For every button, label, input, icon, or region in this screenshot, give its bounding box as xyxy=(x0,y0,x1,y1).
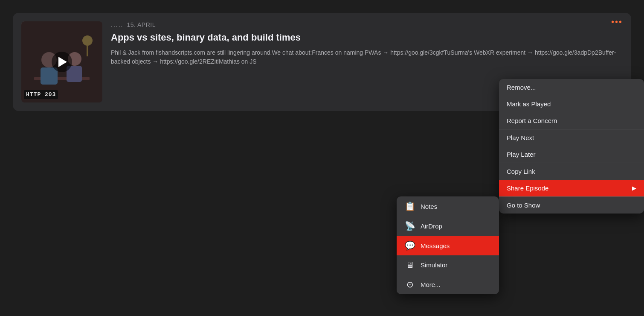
svg-rect-7 xyxy=(87,46,88,56)
submenu-item-simulator[interactable]: 🖥 Simulator xyxy=(397,255,499,275)
context-menu-section-2: Play Next Play Later xyxy=(499,129,644,163)
more-icon: ⊙ xyxy=(404,279,415,290)
context-menu-section-1: Remove... Mark as Played Report a Concer… xyxy=(499,79,644,129)
episode-meta: ..... 15. APRIL xyxy=(111,21,623,28)
submenu-item-notes[interactable]: 📋 Notes xyxy=(397,196,499,216)
svg-rect-3 xyxy=(41,67,58,85)
airdrop-icon: 📡 xyxy=(404,221,415,231)
play-button[interactable] xyxy=(52,52,72,72)
episode-title: Apps vs sites, binary data, and build ti… xyxy=(111,32,623,44)
simulator-label: Simulator xyxy=(421,261,447,269)
notes-label: Notes xyxy=(421,203,437,210)
notes-icon: 📋 xyxy=(404,201,415,211)
menu-item-copy-link[interactable]: Copy Link xyxy=(499,163,644,180)
menu-item-play-later[interactable]: Play Later xyxy=(499,146,644,163)
svg-point-6 xyxy=(82,35,93,46)
submenu-item-messages[interactable]: 💬 Messages xyxy=(397,236,499,255)
submenu-arrow-icon: ▶ xyxy=(632,185,636,191)
episode-description: Phil & Jack from fishandscripts.com are … xyxy=(111,48,623,66)
menu-item-mark-as-played[interactable]: Mark as Played xyxy=(499,96,644,112)
messages-label: Messages xyxy=(421,242,450,249)
messages-icon: 💬 xyxy=(404,240,415,251)
submenu-item-airdrop[interactable]: 📡 AirDrop xyxy=(397,216,499,236)
menu-item-share-episode[interactable]: Share Episode ▶ xyxy=(499,180,644,196)
episode-thumbnail[interactable]: HTTP 203 xyxy=(21,21,102,102)
simulator-icon: 🖥 xyxy=(404,260,415,270)
menu-item-remove[interactable]: Remove... xyxy=(499,79,644,96)
share-submenu: 📋 Notes 📡 AirDrop 💬 Messages 🖥 Simulator… xyxy=(397,196,499,294)
airdrop-label: AirDrop xyxy=(421,222,442,230)
context-menu-section-4: Go to Show xyxy=(499,197,644,214)
menu-item-report-concern[interactable]: Report a Concern xyxy=(499,112,644,129)
show-label: HTTP 203 xyxy=(24,90,58,99)
submenu-item-more[interactable]: ⊙ More... xyxy=(397,275,499,294)
more-options-button[interactable]: ••• xyxy=(611,17,623,27)
episode-date: 15. APRIL xyxy=(127,21,156,28)
context-menu-section-3: Copy Link Share Episode ▶ xyxy=(499,163,644,197)
menu-item-go-to-show[interactable]: Go to Show xyxy=(499,197,644,214)
context-menu: Remove... Mark as Played Report a Concer… xyxy=(499,79,644,214)
episode-info: ..... 15. APRIL Apps vs sites, binary da… xyxy=(111,21,623,66)
more-label: More... xyxy=(421,281,441,288)
episode-dots: ..... xyxy=(111,21,123,28)
menu-item-play-next[interactable]: Play Next xyxy=(499,129,644,146)
